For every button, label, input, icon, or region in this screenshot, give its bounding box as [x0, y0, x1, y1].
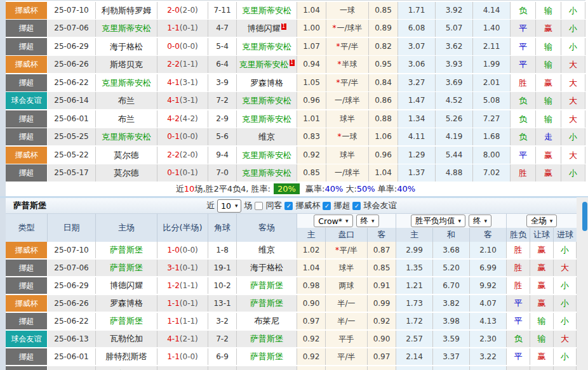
ah-away-odds: 0.92	[368, 313, 396, 329]
league-tag: 挪威杯	[6, 295, 48, 312]
euro-draw-odds: 3.93	[436, 56, 473, 73]
away-team[interactable]: 海于格松	[237, 260, 297, 276]
away-team[interactable]: 克里斯蒂安松	[237, 110, 297, 128]
match-row: 挪超25-06-01腓特烈斯塔1-1(0-0)6-9萨普斯堡0.92平/半0.9…	[6, 348, 577, 365]
away-team[interactable]: 萨普斯堡	[237, 277, 297, 294]
ah-line: *平/半	[326, 38, 369, 55]
home-team[interactable]: 海于格松	[96, 38, 157, 55]
ah-away-odds: 0.88	[369, 110, 398, 128]
league-tag: 挪威杯	[6, 2, 48, 19]
home-team[interactable]: 克里斯蒂安松	[96, 128, 157, 145]
ah-away-odds: 1.06	[369, 128, 398, 145]
ah-line: *平/半	[326, 242, 368, 258]
ah-away-odds	[368, 366, 396, 370]
home-team[interactable]: 萨普斯堡	[96, 242, 157, 258]
ah-home-odds: 0.85	[297, 164, 326, 182]
euro-home-odds: 1.35	[396, 260, 433, 276]
home-team[interactable]: 斯塔贝克	[96, 56, 157, 73]
away-team[interactable]: 利勒斯特罗姆	[237, 366, 297, 370]
score-cell: 1-1(0-1)	[157, 295, 208, 312]
corners-cell: 10-2	[208, 277, 237, 294]
ah-away-odds: 0.96	[369, 147, 398, 164]
home-team[interactable]: 瓦勒伦加	[96, 331, 157, 347]
team-name: 海于格松	[110, 42, 143, 51]
odds-source-row: Crow* ▾ 终 ▾ 胜平负均值 ▾ 终 ▾	[297, 214, 577, 228]
euro-away-odds: 4.13	[470, 313, 507, 329]
league-tag: 挪威杯	[6, 147, 48, 164]
euro-home-odds: 1.37	[398, 164, 436, 182]
away-team[interactable]: 博德闪耀1	[237, 20, 297, 37]
ah-home-odds: 1.04	[297, 260, 326, 276]
bookmaker-select[interactable]: Crow* ▾	[314, 215, 352, 227]
match-count-select[interactable]: 10 ▾	[217, 199, 241, 213]
away-team[interactable]: 克里斯蒂安松	[237, 147, 297, 164]
euro-home-odds: 2.14	[396, 348, 433, 365]
league-cup-checkbox[interactable]: ✓	[284, 202, 293, 210]
score-cell: 1-1(1-1)	[157, 313, 208, 329]
away-team[interactable]: 萨普斯堡	[237, 331, 297, 347]
team-name: 萨普斯堡	[250, 298, 283, 308]
ah-line: 平/半	[326, 348, 368, 365]
away-team[interactable]: 克里斯蒂安松	[237, 2, 297, 19]
match-row: 球会友谊25-06-13瓦勒伦加4-1(2-1)7-2萨普斯堡0.92平手0.9…	[6, 331, 577, 347]
league-tag: 挪威杯	[6, 242, 48, 258]
away-team[interactable]: 萨普斯堡	[237, 348, 297, 365]
home-team[interactable]: 克里斯蒂安松	[96, 74, 157, 91]
summary-text: 10	[184, 184, 195, 194]
ah-line: 平手	[326, 331, 368, 347]
euro-away-odds: 1.68	[473, 128, 511, 145]
home-team[interactable]: 博德闪耀	[96, 277, 157, 294]
home-team[interactable]: 腓特烈斯塔	[96, 348, 157, 365]
euro-mean-select[interactable]: 胜平负均值 ▾	[411, 215, 465, 227]
col-result-ah: 让球	[530, 228, 554, 242]
euro-away-odds: 8.00	[473, 147, 511, 164]
home-team[interactable]: 萨普斯堡	[96, 313, 157, 329]
away-team[interactable]: 罗森博格	[237, 74, 297, 91]
score-cell: 1-1(0-1)	[157, 20, 208, 37]
away-team[interactable]: 维京	[237, 242, 297, 258]
home-team[interactable]: 萨普斯堡	[96, 366, 157, 370]
away-team[interactable]: 萨普斯堡	[237, 295, 297, 312]
euro-away-odds: 5.08	[473, 92, 511, 109]
home-team[interactable]: 莫尔德	[96, 147, 157, 164]
ah-home-odds: 0.94	[297, 56, 326, 73]
away-team[interactable]: 克里斯蒂安松1	[237, 56, 297, 73]
team-name: 布兰	[118, 96, 135, 105]
euro-time-select[interactable]: 终 ▾	[469, 215, 491, 227]
euro-home-odds: 1.34	[398, 110, 436, 128]
score-cell: 1-1	[157, 366, 208, 370]
home-team[interactable]: 罗森博格	[96, 295, 157, 312]
euro-draw-odds: 3.98	[433, 313, 470, 329]
handicap-time-select[interactable]: 终 ▾	[356, 215, 379, 227]
home-team[interactable]: 萨普斯堡	[96, 260, 157, 276]
away-team[interactable]: 克里斯蒂安松	[237, 38, 297, 55]
away-team[interactable]: 维京	[237, 128, 297, 145]
scrollbar-thumb[interactable]	[582, 202, 587, 231]
ah-away-odds: 0.85	[369, 2, 398, 19]
home-team[interactable]: 布兰	[96, 92, 157, 109]
euro-home-odds	[396, 366, 433, 370]
away-team[interactable]: 克里斯蒂安松	[237, 92, 297, 109]
team-name: 斯塔贝克	[110, 60, 143, 69]
home-team[interactable]: 布兰	[96, 110, 157, 128]
team-name: 布兰	[118, 114, 135, 124]
corners-cell: 2-9	[208, 110, 237, 128]
result-wdl: 胜	[507, 242, 530, 258]
league-tag: 挪超	[6, 260, 48, 276]
score-cell: 0-1(0-0)	[157, 128, 208, 145]
home-team[interactable]: 莫尔德	[96, 164, 157, 182]
away-team[interactable]: 布莱尼	[237, 313, 297, 329]
full-match-select[interactable]: 全场 ▾	[526, 215, 558, 227]
same-away-checkbox[interactable]	[255, 202, 263, 210]
euro-draw-odds: 4.88	[436, 164, 473, 182]
corners-cell: 9-4	[208, 147, 237, 164]
result-overunder: 小	[561, 20, 585, 37]
euro-home-odds: 2.99	[396, 242, 433, 258]
league-friendly-checkbox[interactable]: ✓	[352, 202, 361, 210]
home-team[interactable]: 利勒斯特罗姆	[96, 2, 157, 19]
home-team[interactable]: 克里斯蒂安松	[96, 20, 157, 37]
team-name: 克里斯蒂安松	[242, 150, 291, 160]
league-top-checkbox[interactable]: ✓	[323, 202, 331, 210]
result-wdl: 负	[507, 331, 530, 347]
away-team[interactable]: 克里斯蒂安松	[237, 164, 297, 182]
